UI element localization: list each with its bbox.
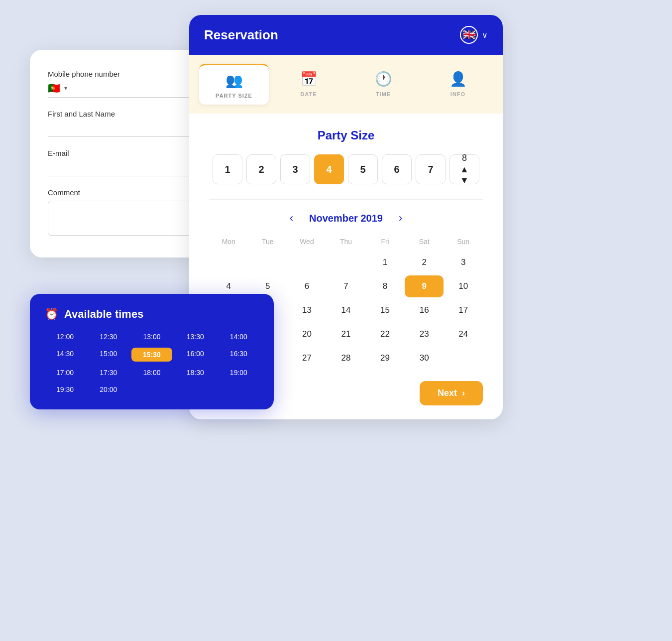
time-slot-1230[interactable]: 12:30 (88, 331, 128, 343)
cal-header-mon: Mon (209, 236, 248, 248)
cal-day-27[interactable]: 27 (287, 347, 327, 369)
cal-day-2[interactable]: 2 (405, 252, 444, 273)
available-times-header: ⏰ Available times (45, 308, 259, 321)
cal-day-empty (327, 252, 366, 273)
time-slot-1730[interactable]: 17:30 (88, 367, 128, 379)
calendar-header: ‹ November 2019 › (209, 210, 483, 227)
time-slot-1430[interactable]: 14:30 (45, 348, 85, 362)
cal-day-13[interactable]: 13 (287, 299, 327, 321)
cal-day-10[interactable]: 10 (444, 275, 483, 297)
lang-chevron-icon: ∨ (482, 30, 488, 40)
cal-day-16[interactable]: 16 (405, 299, 444, 321)
party-size-selector: 1234567 8 ▲▼ (209, 154, 483, 184)
info-label: INFO (450, 91, 465, 97)
reservation-header: Reservation 🇬🇧 ∨ (189, 15, 503, 55)
clock-icon: ⏰ (45, 308, 58, 321)
steps-navigation: 👥 PARTY SIZE 📅 DATE 🕐 TIME 👤 INFO (189, 55, 503, 114)
time-slot-1600[interactable]: 16:00 (175, 348, 216, 362)
portugal-flag-icon: 🇵🇹 (48, 82, 60, 94)
time-slot-1530[interactable]: 15:30 (131, 348, 172, 362)
party-size-label: PARTY SIZE (216, 93, 252, 99)
time-label: TIME (376, 91, 391, 97)
phone-chevron-icon: ▾ (64, 85, 67, 92)
party-size-3-button[interactable]: 3 (280, 154, 310, 184)
party-size-7-button[interactable]: 7 (416, 154, 446, 184)
cal-day-empty (248, 252, 288, 273)
calendar-day-headers: MonTueWedThuFriSatSun (209, 236, 483, 248)
time-slot-1400[interactable]: 14:00 (219, 331, 259, 343)
cal-day-28[interactable]: 28 (327, 347, 366, 369)
language-selector[interactable]: 🇬🇧 ∨ (460, 26, 488, 44)
uk-flag-icon: 🇬🇧 (460, 26, 478, 44)
party-size-more-button[interactable]: 8 ▲▼ (449, 154, 479, 184)
time-slot-1500[interactable]: 15:00 (88, 348, 128, 362)
next-month-button[interactable]: › (395, 210, 406, 227)
party-size-4-button[interactable]: 4 (314, 154, 344, 184)
cal-day-1[interactable]: 1 (365, 252, 405, 273)
section-divider (209, 199, 483, 200)
cal-day-empty (287, 252, 327, 273)
time-icon: 🕐 (375, 71, 392, 87)
cal-day-14[interactable]: 14 (327, 299, 366, 321)
time-slot-2000[interactable]: 20:00 (88, 384, 128, 395)
party-size-6-button[interactable]: 6 (382, 154, 412, 184)
cal-header-tue: Tue (248, 236, 288, 248)
step-info[interactable]: 👤 INFO (423, 64, 493, 105)
step-date[interactable]: 📅 DATE (274, 64, 343, 105)
cal-day-23[interactable]: 23 (405, 323, 444, 345)
time-slot-1700[interactable]: 17:00 (45, 367, 85, 379)
date-label: DATE (300, 91, 317, 97)
time-slot-1900[interactable]: 19:00 (219, 367, 259, 379)
cal-day-17[interactable]: 17 (444, 299, 483, 321)
cal-day-30[interactable]: 30 (405, 347, 444, 369)
party-size-icon: 👥 (225, 72, 243, 89)
time-slot-1800[interactable]: 18:00 (131, 367, 172, 379)
time-slot-1630[interactable]: 16:30 (219, 348, 259, 362)
next-arrow-icon: › (462, 388, 465, 398)
time-slot-1930[interactable]: 19:30 (45, 384, 85, 395)
cal-header-fri: Fri (365, 236, 405, 248)
cal-day-21[interactable]: 21 (327, 323, 366, 345)
cal-header-sun: Sun (444, 236, 483, 248)
time-slot-1330[interactable]: 13:30 (175, 331, 216, 343)
cal-day-20[interactable]: 20 (287, 323, 327, 345)
available-times-card: ⏰ Available times 12:0012:3013:0013:3014… (30, 294, 274, 409)
info-icon: 👤 (449, 71, 467, 87)
cal-header-sat: Sat (405, 236, 444, 248)
cal-day-24[interactable]: 24 (444, 323, 483, 345)
cal-day-empty (444, 347, 483, 369)
step-party-size[interactable]: 👥 PARTY SIZE (199, 64, 269, 105)
time-slot-1200[interactable]: 12:00 (45, 331, 85, 343)
prev-month-button[interactable]: ‹ (286, 210, 297, 227)
party-size-5-button[interactable]: 5 (348, 154, 378, 184)
cal-day-empty (209, 252, 248, 273)
cal-day-8[interactable]: 8 (365, 275, 405, 297)
cal-day-6[interactable]: 6 (287, 275, 327, 297)
reservation-title: Reservation (204, 27, 278, 43)
cal-day-15[interactable]: 15 (365, 299, 405, 321)
party-size-8-label: 8 (462, 153, 467, 164)
time-slot-1830[interactable]: 18:30 (175, 367, 216, 379)
cal-day-9[interactable]: 9 (405, 275, 444, 297)
cal-day-29[interactable]: 29 (365, 347, 405, 369)
party-size-1-button[interactable]: 1 (213, 154, 242, 184)
calendar-month-year: November 2019 (309, 213, 383, 224)
next-button[interactable]: Next › (420, 381, 483, 405)
cal-day-7[interactable]: 7 (327, 275, 366, 297)
cal-day-3[interactable]: 3 (444, 252, 483, 273)
available-times-title: Available times (64, 308, 143, 321)
party-size-arrows-icon: ▲▼ (460, 164, 469, 186)
date-icon: 📅 (300, 71, 318, 87)
party-size-2-button[interactable]: 2 (246, 154, 276, 184)
next-button-label: Next (438, 388, 457, 398)
time-slot-1300[interactable]: 13:00 (131, 331, 172, 343)
times-grid: 12:0012:3013:0013:3014:0014:3015:0015:30… (45, 331, 259, 395)
party-size-title: Party Size (209, 128, 483, 142)
cal-header-wed: Wed (287, 236, 327, 248)
cal-header-thu: Thu (327, 236, 366, 248)
cal-day-22[interactable]: 22 (365, 323, 405, 345)
step-time[interactable]: 🕐 TIME (348, 64, 418, 105)
